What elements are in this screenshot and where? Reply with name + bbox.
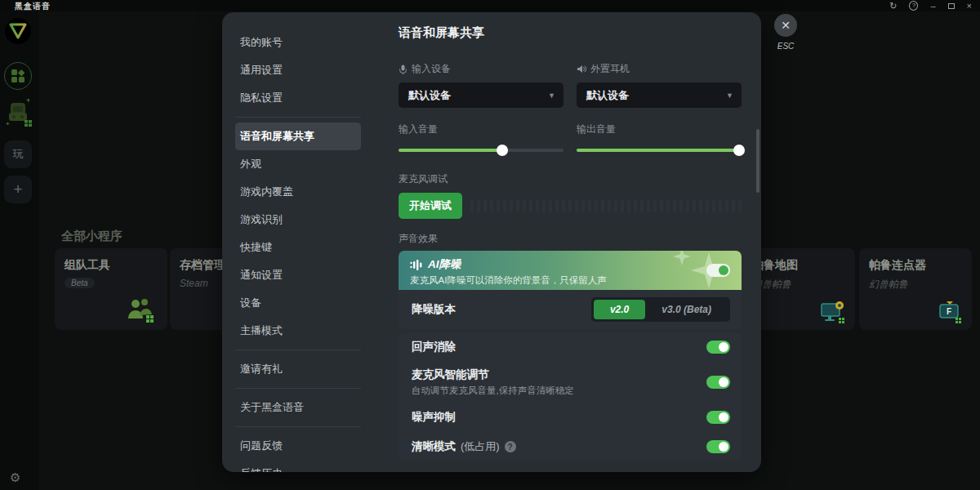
sound-effects-section-label: 声音效果 [399,232,742,246]
settings-menu-item[interactable]: 设备 [235,289,361,317]
settings-menu-item[interactable]: 邀请有礼 [235,355,361,383]
output-volume-label: 输出音量 [577,122,742,136]
smart-mic-toggle[interactable] [706,376,730,389]
output-volume-slider[interactable] [577,145,742,156]
denoise-version-label: 降噪版本 [412,302,456,317]
miniprogram-card-team[interactable]: 组队工具 Beta [55,248,167,330]
settings-gear-icon[interactable]: ⚙ [10,470,20,485]
denoise-version-row: 降噪版本 v2.0 v3.0 (Beta) [399,290,742,329]
settings-menu-item[interactable]: 快捷键 [235,234,361,261]
miniprogram-section-title: 全部小程序 [61,229,122,244]
clear-mode-row: 清晰模式(低占用) ? [412,433,730,461]
settings-menu-item[interactable]: 外观 [235,150,361,178]
version-option-v2[interactable]: v2.0 [594,300,645,319]
refresh-icon[interactable]: ↻ [889,1,897,11]
miniprograms-rail-icon[interactable] [4,62,32,90]
scrollbar-thumb[interactable] [756,129,760,193]
chevron-down-icon: ▼ [726,91,733,100]
settings-dialog: 我的账号通用设置隐私设置语音和屏幕共享外观游戏内覆盖游戏识别快捷键通知设置设备主… [222,12,761,472]
miniprogram-card-palu-clicker[interactable]: 帕鲁连点器 幻兽帕鲁 F [859,248,972,330]
ai-denoise-toggle[interactable] [706,264,730,277]
settings-menu-item[interactable]: 通知设置 [235,261,361,289]
settings-menu-item[interactable]: 语音和屏幕共享 [235,122,361,150]
svg-text:+: + [26,96,30,105]
card-subtitle: Steam [180,278,208,289]
speaker-icon [577,65,586,74]
play-rail-button[interactable]: 玩 [4,140,32,168]
voice-effect-toggles-card: 回声消除 麦克风智能调节 自动调节麦克风音量,保持声音清晰稳定 噪声抑制 [399,333,742,461]
left-rail: + + 玩 + ⚙ [0,11,39,490]
card-title: 组队工具 [65,258,110,273]
toggle-row-label: 麦克风智能调节 [412,368,574,382]
echo-cancel-toggle[interactable] [706,341,730,354]
add-rail-button[interactable]: + [4,176,32,203]
close-dialog-icon[interactable]: ✕ [774,14,797,37]
settings-menu-item[interactable]: 游戏内覆盖 [235,178,361,206]
team-people-icon [125,297,158,323]
close-window-icon[interactable]: × [967,1,972,11]
sparkle-icon [673,251,691,265]
card-subtitle: 幻兽帕鲁 [869,278,908,292]
ai-banner-title: AI降噪 [428,257,461,272]
svg-text:+: + [6,120,10,127]
settings-menu: 我的账号通用设置隐私设置语音和屏幕共享外观游戏内覆盖游戏识别快捷键通知设置设备主… [222,12,382,472]
game-library-rail-icon[interactable]: + + [5,96,33,129]
svg-text:F: F [947,307,951,316]
clicker-monitor-icon: F [938,301,962,323]
echo-cancel-row: 回声消除 [412,333,730,361]
toggle-row-label: 回声消除 [412,340,456,354]
input-device-label: 输入设备 [399,62,564,76]
app-title: 黑盒语音 [15,1,51,12]
question-help-icon[interactable]: ? [505,441,516,452]
microphone-icon [399,65,408,74]
minimize-icon[interactable]: – [930,1,935,11]
version-option-v3[interactable]: v3.0 (Beta) [645,300,728,319]
slider-knob[interactable] [733,145,745,156]
menu-divider [235,117,361,118]
start-mic-test-button[interactable]: 开始调试 [399,193,462,219]
output-device-select[interactable]: 默认设备 ▼ [577,82,742,108]
voice-settings-panel: 语音和屏幕共享 输入设备 外置耳机 [382,12,761,472]
esc-label: ESC [774,42,797,51]
input-volume-label: 输入音量 [399,122,564,136]
input-device-select[interactable]: 默认设备 ▼ [399,82,564,108]
settings-menu-item[interactable]: 主播模式 [235,317,361,345]
settings-menu-item[interactable]: 我的账号 [235,29,361,56]
noise-suppress-row: 噪声抑制 [412,403,730,431]
titlebar: 黑盒语音 ↻ ? – × [0,0,980,11]
maximize-icon[interactable] [948,1,955,11]
ai-banner-subtitle: 麦克风AI降噪可以消除你的背景音，只保留人声 [410,274,730,287]
menu-divider [235,388,361,389]
map-monitor-icon [821,301,845,323]
settings-menu-item[interactable]: 游戏识别 [235,206,361,234]
slider-knob[interactable] [497,145,508,156]
card-title: 帕鲁连点器 [869,258,926,273]
ai-denoise-icon [410,260,423,270]
dialog-close: ✕ ESC [774,14,797,51]
help-icon[interactable]: ? [909,1,918,11]
heybox-logo[interactable] [5,18,31,44]
toggle-row-label: 清晰模式(低占用) ? [412,439,516,454]
clear-mode-toggle[interactable] [706,440,730,453]
menu-divider [235,350,361,350]
ai-noise-reduction-banner: AI降噪 麦克风AI降噪可以消除你的背景音，只保留人声 [399,251,742,290]
settings-menu-item[interactable]: 隐私设置 [235,84,361,112]
input-volume-slider[interactable] [399,145,564,156]
menu-divider [235,426,361,427]
beta-badge: Beta [65,278,95,288]
noise-suppress-toggle[interactable] [706,411,730,424]
app-window: 全部小程序 组队工具 Beta 存档管理器 Steam 帕鲁地图 幻兽帕鲁 [0,0,980,490]
toggle-row-label: 噪声抑制 [412,410,456,425]
mic-level-meter [470,199,742,212]
toggle-row-description: 自动调节麦克风音量,保持声音清晰稳定 [412,385,574,397]
panel-title: 语音和屏幕共享 [399,25,742,41]
output-device-label: 外置耳机 [577,62,742,76]
smart-mic-row: 麦克风智能调节 自动调节麦克风音量,保持声音清晰稳定 [412,363,730,402]
settings-menu-item[interactable]: 关于黑盒语音 [235,394,361,421]
settings-menu-item[interactable]: 反馈历史 [235,460,361,472]
settings-menu-item[interactable]: 通用设置 [235,56,361,84]
denoise-version-segmented-control: v2.0 v3.0 (Beta) [591,297,730,322]
chevron-down-icon: ▼ [548,91,555,100]
settings-menu-item[interactable]: 问题反馈 [235,432,361,460]
mic-test-label: 麦克风调试 [399,172,742,186]
